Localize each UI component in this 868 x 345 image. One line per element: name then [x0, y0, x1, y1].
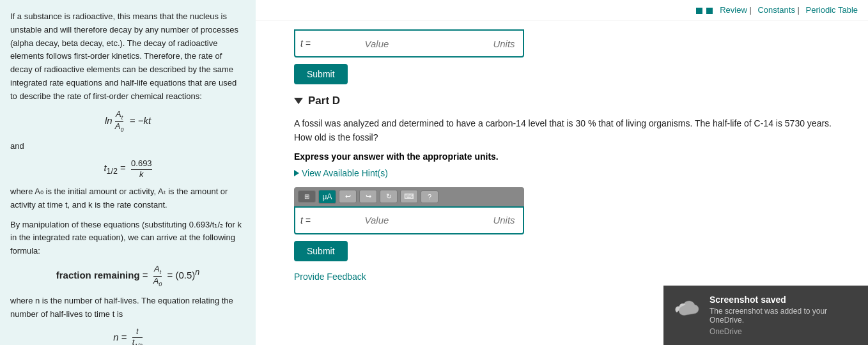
collapse-triangle-icon[interactable] [294, 98, 303, 104]
upper-units-input[interactable] [443, 38, 565, 49]
where-paragraph: where A₀ is the initial amount or activi… [10, 185, 245, 212]
periodic-table-link[interactable]: Periodic Table [806, 5, 858, 15]
input-toolbar: ⊞ μA ↩ ↪ ↻ ⌨ ? [294, 187, 524, 206]
part-d-section: Part D A fossil was analyzed and determi… [294, 95, 842, 282]
part-d-description: A fossil was analyzed and determined to … [294, 116, 842, 145]
grid-icon-button[interactable]: ⊞ [298, 190, 316, 203]
onedrive-notification: Screenshot saved The screenshot was adde… [663, 286, 868, 345]
mu-icon-button[interactable]: μA [318, 190, 336, 204]
upper-input-row: t = [294, 29, 524, 57]
left-panel: If a substance is radioactive, this mean… [0, 0, 256, 345]
part-d-submit-button[interactable]: Submit [294, 241, 348, 261]
part-d-input-row: t = [294, 206, 524, 234]
top-bar: Review | Constants | Periodic Table [256, 0, 868, 20]
n-paragraph: where n is the number of half-lives. The… [10, 295, 245, 321]
part-d-answer-section: ⊞ μA ↩ ↪ ↻ ⌨ ? t = Submit [294, 187, 842, 261]
refresh-button[interactable]: ↻ [380, 190, 398, 203]
hint-triangle-icon [294, 170, 299, 176]
content-area: t = Submit Part D A fossil was analyzed … [256, 20, 868, 295]
part-d-t-label: t = [300, 215, 311, 226]
part-d-title: Part D [308, 95, 340, 107]
intro-paragraph: If a substance is radioactive, this mean… [10, 10, 245, 103]
onedrive-title: Screenshot saved [709, 295, 858, 305]
upper-value-input[interactable] [316, 38, 438, 49]
part-d-value-input[interactable] [316, 215, 438, 226]
formula-ln: ln At A0 = −kt [10, 110, 245, 134]
help-button[interactable]: ? [421, 190, 438, 203]
onedrive-icon [674, 295, 701, 321]
part-d-header: Part D [294, 95, 842, 107]
review-link[interactable]: Review [720, 5, 747, 15]
express-label: Express your answer with the appropriate… [294, 151, 842, 162]
undo-button[interactable]: ↩ [339, 190, 357, 203]
manipulation-paragraph: By manipulation of these equations (subs… [10, 218, 245, 258]
formula-halflife: t1/2 = 0.693 k [10, 159, 245, 179]
review-icon2 [706, 8, 713, 14]
upper-submit-button[interactable]: Submit [294, 64, 348, 84]
hint-link-label: View Available Hint(s) [302, 168, 388, 178]
onedrive-subtitle: The screenshot was added to your OneDriv… [709, 307, 858, 325]
onedrive-brand: OneDrive [709, 327, 858, 336]
review-icon [696, 8, 702, 14]
keyboard-button[interactable]: ⌨ [400, 190, 418, 203]
constants-link[interactable]: Constants [757, 5, 795, 15]
upper-answer-section: t = Submit [294, 29, 842, 84]
upper-t-label: t = [300, 38, 311, 49]
and-text: and [10, 140, 245, 153]
onedrive-text: Screenshot saved The screenshot was adde… [709, 295, 858, 336]
redo-button[interactable]: ↪ [359, 190, 377, 203]
formula-fraction: fraction remaining = At A0 = (0.5)n [10, 264, 245, 288]
provide-feedback-link[interactable]: Provide Feedback [294, 272, 842, 282]
part-d-units-input[interactable] [443, 215, 565, 226]
formula-n: n = t t1/2 [10, 327, 245, 345]
hint-link[interactable]: View Available Hint(s) [294, 168, 842, 178]
